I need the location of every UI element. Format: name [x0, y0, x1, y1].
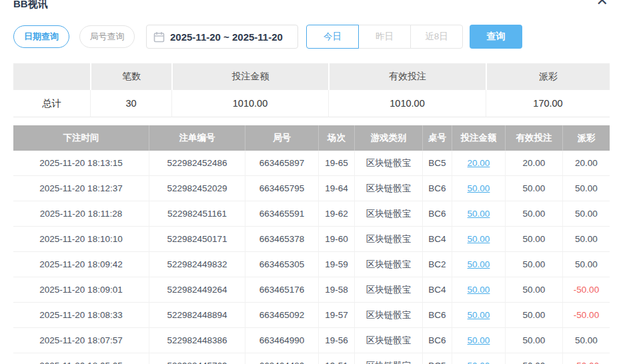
game-type-cell: 区块链骰宝 — [354, 252, 422, 277]
table-no-cell: BC4 — [422, 277, 452, 303]
session-cell: 19-60 — [318, 227, 354, 252]
bet-amount-cell: 50.00 — [452, 252, 505, 277]
payout-cell: 20.00 — [562, 151, 610, 176]
round-no-cell: 663465591 — [245, 201, 318, 227]
game-type-cell: 区块链骰宝 — [354, 176, 422, 201]
session-cell: 19-58 — [318, 277, 354, 303]
bet-amount-cell: 50.00 — [452, 277, 505, 303]
summary-table: 笔数 投注金额 有效投注 派彩 总计 30 1010.00 1010.00 17… — [13, 63, 610, 117]
date-range-picker[interactable]: 2025-11-20 ~ 2025-11-20 — [146, 25, 298, 49]
game-type-cell: 区块链骰宝 — [354, 277, 422, 303]
bet-id-cell: 522982448894 — [149, 303, 245, 328]
session-cell: 19-56 — [318, 328, 354, 353]
game-type-cell: 区块链骰宝 — [354, 201, 422, 227]
valid-bet-cell: 50.00 — [505, 176, 562, 201]
bet-time-cell: 2025-11-20 18:13:15 — [13, 151, 149, 176]
round-no-cell: 663464480 — [245, 353, 318, 364]
bet-id-cell: 522982449832 — [149, 252, 245, 277]
col-valid-bet: 有效投注 — [505, 125, 562, 151]
bet-id-cell: 522982449264 — [149, 277, 245, 303]
valid-bet-cell: 50.00 — [505, 353, 562, 364]
summary-total-bet-amount: 1010.00 — [171, 90, 328, 117]
bet-amount-cell: 50.00 — [452, 303, 505, 328]
table-row: 2025-11-20 18:13:15522982452486663465897… — [13, 151, 610, 176]
valid-bet-cell: 50.00 — [505, 201, 562, 227]
bet-id-cell: 522982450171 — [149, 227, 245, 252]
quick-range-today[interactable]: 今日 — [306, 25, 359, 49]
valid-bet-cell: 50.00 — [505, 252, 562, 277]
table-row: 2025-11-20 18:12:37522982452029663465795… — [13, 176, 610, 201]
valid-bet-cell: 20.00 — [505, 151, 562, 176]
round-no-cell: 663465305 — [245, 252, 318, 277]
col-bet-id: 注单编号 — [149, 125, 245, 151]
summary-header-bet-amount: 投注金额 — [171, 63, 328, 90]
col-payout: 派彩 — [562, 125, 610, 151]
bet-amount-cell: 50.00 — [452, 176, 505, 201]
bb-video-betting-record-panel: BB视讯 ✕ 日期查询 局号查询 2025-11-20 ~ 2025-11-20… — [0, 0, 623, 364]
summary-header-valid-bet: 有效投注 — [328, 63, 486, 90]
close-icon[interactable]: ✕ — [596, 0, 608, 8]
bet-amount-cell: 20.00 — [452, 151, 505, 176]
bet-amount-cell: 50.00 — [452, 227, 505, 252]
payout-cell: 50.00 — [562, 252, 610, 277]
payout-cell: 50.00 — [562, 328, 610, 353]
table-no-cell: BC5 — [422, 151, 452, 176]
bet-amount-link[interactable]: 50.00 — [468, 361, 490, 364]
col-table-no: 桌号 — [422, 125, 452, 151]
table-no-cell: BC6 — [422, 201, 452, 227]
summary-header-row: 笔数 投注金额 有效投注 派彩 — [13, 63, 610, 90]
bet-amount-cell: 50.00 — [452, 328, 505, 353]
session-cell: 19-64 — [318, 176, 354, 201]
bet-amount-cell: 50.00 — [452, 353, 505, 364]
summary-total-count: 30 — [90, 90, 171, 117]
payout-cell: 50.00 — [562, 227, 610, 252]
table-row: 2025-11-20 18:05:05522982445769663464480… — [13, 353, 610, 364]
valid-bet-cell: 50.00 — [505, 303, 562, 328]
valid-bet-cell: 50.00 — [505, 277, 562, 303]
col-bet-time: 下注时间 — [13, 125, 149, 151]
quick-range-group: 今日 昨日 近8日 — [306, 25, 463, 49]
table-row: 2025-11-20 18:09:42522982449832663465305… — [13, 252, 610, 277]
search-button[interactable]: 查询 — [470, 25, 522, 49]
calendar-icon — [153, 31, 165, 43]
tab-round-query[interactable]: 局号查询 — [79, 25, 135, 48]
session-cell: 19-51 — [318, 353, 354, 364]
bet-amount-link[interactable]: 50.00 — [468, 285, 490, 295]
session-cell: 19-59 — [318, 252, 354, 277]
session-cell: 19-62 — [318, 201, 354, 227]
bet-time-cell: 2025-11-20 18:10:10 — [13, 227, 149, 252]
tab-date-query[interactable]: 日期查询 — [13, 25, 69, 48]
bet-time-cell: 2025-11-20 18:11:28 — [13, 201, 149, 227]
bet-id-cell: 522982452486 — [149, 151, 245, 176]
payout-cell: 50.00 — [562, 176, 610, 201]
quick-range-yesterday[interactable]: 昨日 — [358, 25, 411, 49]
bet-amount-link[interactable]: 50.00 — [468, 310, 490, 320]
bet-amount-link[interactable]: 50.00 — [468, 183, 490, 193]
bet-time-cell: 2025-11-20 18:12:37 — [13, 176, 149, 201]
summary-total-row: 总计 30 1010.00 1010.00 170.00 — [13, 90, 610, 117]
table-no-cell: BC6 — [422, 303, 452, 328]
bet-amount-link[interactable]: 50.00 — [468, 234, 490, 244]
bet-amount-link[interactable]: 50.00 — [468, 259, 490, 269]
round-no-cell: 663465795 — [245, 176, 318, 201]
round-no-cell: 663465897 — [245, 151, 318, 176]
bet-id-cell: 522982452029 — [149, 176, 245, 201]
bet-time-cell: 2025-11-20 18:08:33 — [13, 303, 149, 328]
game-type-cell: 区块链骰宝 — [354, 353, 422, 364]
table-row: 2025-11-20 18:10:10522982450171663465378… — [13, 227, 610, 252]
table-no-cell: BC5 — [422, 353, 452, 364]
quick-range-last8days[interactable]: 近8日 — [410, 25, 463, 49]
game-type-cell: 区块链骰宝 — [354, 328, 422, 353]
payout-cell: -50.00 — [562, 277, 610, 303]
table-no-cell: BC4 — [422, 227, 452, 252]
col-bet-amount: 投注金额 — [452, 125, 505, 151]
bet-amount-link[interactable]: 20.00 — [468, 158, 490, 168]
bet-amount-link[interactable]: 50.00 — [468, 209, 490, 219]
bet-amount-cell: 50.00 — [452, 201, 505, 227]
bet-time-cell: 2025-11-20 18:07:57 — [13, 328, 149, 353]
table-no-cell: BC6 — [422, 176, 452, 201]
game-type-cell: 区块链骰宝 — [354, 303, 422, 328]
bet-amount-link[interactable]: 50.00 — [468, 335, 490, 345]
game-type-cell: 区块链骰宝 — [354, 227, 422, 252]
summary-header-count: 笔数 — [90, 63, 171, 90]
